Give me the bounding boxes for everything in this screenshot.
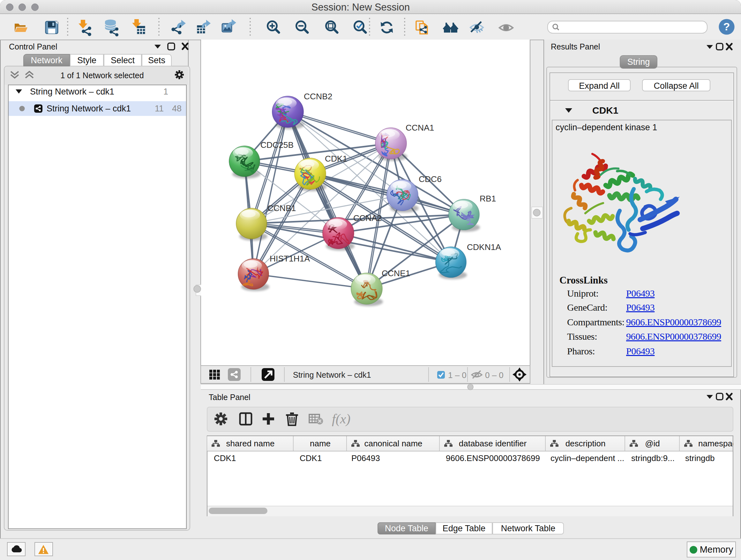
svg-text:String Network – cdk1: String Network – cdk1 xyxy=(30,87,114,97)
svg-text:?: ? xyxy=(724,20,730,33)
svg-text:CDK1: CDK1 xyxy=(325,154,347,164)
svg-text:1: 1 xyxy=(163,87,168,97)
svg-text:CCNA1: CCNA1 xyxy=(406,123,434,132)
svg-text:48: 48 xyxy=(172,104,182,113)
svg-text:CDC6: CDC6 xyxy=(419,174,442,184)
svg-text:11: 11 xyxy=(155,104,164,113)
svg-text:CDKN1A: CDKN1A xyxy=(467,242,501,252)
svg-text:f(x): f(x) xyxy=(332,412,350,427)
svg-text:CCNB1: CCNB1 xyxy=(267,203,296,213)
svg-text:CCNE1: CCNE1 xyxy=(382,268,410,278)
svg-text:CCNB2: CCNB2 xyxy=(304,91,332,101)
svg-text:HIST1H1A: HIST1H1A xyxy=(270,254,310,263)
svg-text:CDC25B: CDC25B xyxy=(260,140,293,150)
svg-text:String Network – cdk1: String Network – cdk1 xyxy=(47,104,131,113)
svg-text:RB1: RB1 xyxy=(480,194,496,203)
svg-text:CCNA2: CCNA2 xyxy=(353,213,382,223)
